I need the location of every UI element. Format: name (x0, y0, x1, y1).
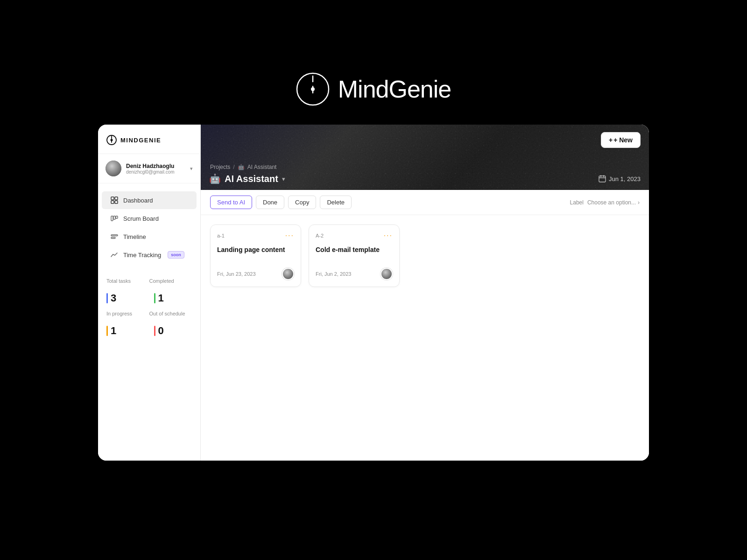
send-to-ai-button[interactable]: Send to AI (210, 196, 252, 209)
app-window: MINDGENIE Deniz Hadzhaoglu denizhcgl0@gm… (98, 125, 649, 461)
copy-button[interactable]: Copy (288, 196, 316, 209)
svg-rect-16 (111, 238, 115, 239)
sidebar-item-timeline[interactable]: Timeline (102, 228, 197, 245)
svg-rect-8 (111, 197, 114, 200)
scrum-board-icon (110, 214, 119, 223)
header-date: Jun 1, 2023 (609, 175, 641, 182)
svg-rect-17 (599, 176, 606, 182)
label-text: Label (570, 199, 584, 206)
breadcrumb-project: AI Assistant (247, 164, 277, 170)
avatar (106, 161, 121, 176)
card-date: Fri, Jun 2, 2023 (316, 271, 351, 277)
toolbar: Send to AI Done Copy Delete Label Choose… (201, 190, 649, 215)
nav-section: Dashboard Scrum Board (98, 183, 200, 264)
project-title-row: 🤖 AI Assistant ▾ (209, 173, 285, 184)
user-email: denizhcgl0@gmail.com (126, 169, 185, 175)
svg-rect-12 (111, 216, 113, 221)
in-progress-value: 1 (111, 325, 116, 337)
breadcrumb-projects: Projects (210, 164, 230, 170)
svg-rect-14 (116, 216, 118, 218)
out-of-schedule-value: 0 (158, 325, 164, 337)
total-tasks-bar (106, 293, 108, 303)
hero-banner: + + New Projects / 🤖 AI Assistant 🤖 AI A… (201, 125, 649, 190)
sidebar-item-time-tracking[interactable]: Time Tracking soon (102, 246, 197, 264)
total-tasks-label: Total tasks (106, 278, 149, 284)
task-card[interactable]: A-2 ··· Cold e-mail template Fri, Jun 2,… (309, 224, 400, 287)
soon-badge: soon (168, 251, 184, 259)
sidebar-item-scrum-board[interactable]: Scrum Board (102, 210, 197, 227)
task-card[interactable]: a-1 ··· Landing page content Fri, Jun 23… (210, 224, 301, 287)
completed-bar (154, 293, 155, 303)
card-more-icon[interactable]: ··· (285, 231, 294, 240)
user-name: Deniz Hadzhaoglu (126, 163, 185, 169)
sidebar: MINDGENIE Deniz Hadzhaoglu denizhcgl0@gm… (98, 125, 201, 461)
toolbar-left: Send to AI Done Copy Delete (210, 196, 352, 209)
out-of-schedule-label: Out of schedule (149, 311, 192, 316)
completed-value: 1 (158, 292, 164, 304)
svg-rect-9 (115, 197, 118, 200)
svg-rect-10 (111, 201, 114, 203)
breadcrumb: Projects / 🤖 AI Assistant (210, 164, 276, 170)
sidebar-item-timeline-label: Timeline (123, 233, 146, 240)
out-of-schedule-bar (154, 326, 155, 336)
card-assignee-avatar (282, 268, 294, 280)
breadcrumb-emoji: 🤖 (238, 164, 245, 170)
sidebar-item-scrum-board-label: Scrum Board (123, 215, 159, 222)
card-title: Cold e-mail template (316, 245, 393, 255)
sidebar-logo: MINDGENIE (98, 125, 200, 154)
card-id: A-2 (316, 233, 324, 238)
card-id: a-1 (217, 233, 225, 238)
timeline-icon (110, 232, 119, 241)
breadcrumb-sep: / (233, 164, 234, 170)
in-progress-bar (106, 326, 108, 336)
stat-completed: 1 (154, 292, 192, 304)
total-tasks-value: 3 (111, 292, 116, 304)
card-assignee-avatar (381, 268, 393, 280)
user-chevron-icon: ▾ (190, 166, 193, 172)
in-progress-label: In progress (106, 311, 149, 316)
calendar-icon (599, 175, 606, 182)
delete-button[interactable]: Delete (320, 196, 352, 209)
stats-section: Total tasks Completed 3 1 (98, 269, 200, 346)
user-info: Deniz Hadzhaoglu denizhcgl0@gmail.com (126, 163, 185, 175)
sidebar-brand-name: MINDGENIE (120, 137, 161, 144)
brand-name: MindGenie (338, 75, 451, 103)
project-emoji: 🤖 (209, 173, 221, 184)
stat-out-of-schedule: 0 (154, 325, 192, 337)
svg-point-3 (311, 87, 315, 91)
project-title: AI Assistant (225, 174, 278, 184)
label-select[interactable]: Choose an option... › (587, 199, 640, 206)
main-content: + + New Projects / 🤖 AI Assistant 🤖 AI A… (201, 125, 649, 461)
dashboard-icon (110, 196, 119, 204)
label-select-chevron: › (638, 199, 640, 206)
user-profile[interactable]: Deniz Hadzhaoglu denizhcgl0@gmail.com ▾ (98, 154, 200, 183)
svg-point-7 (111, 139, 113, 141)
stat-in-progress: 1 (106, 325, 145, 337)
project-chevron-icon: ▾ (282, 175, 285, 182)
svg-rect-11 (115, 201, 118, 203)
new-button[interactable]: + + New (601, 132, 641, 148)
done-button[interactable]: Done (256, 196, 284, 209)
card-more-icon[interactable]: ··· (384, 231, 393, 240)
svg-rect-15 (111, 235, 118, 236)
date-badge: Jun 1, 2023 (599, 175, 641, 182)
card-title: Landing page content (217, 245, 294, 255)
brand-logo-icon (296, 72, 330, 106)
completed-label: Completed (149, 278, 192, 284)
sidebar-item-time-tracking-label: Time Tracking (123, 252, 161, 259)
stat-total-tasks: 3 (106, 292, 145, 304)
plus-icon: + (609, 136, 613, 144)
sidebar-item-dashboard-label: Dashboard (123, 197, 153, 204)
svg-rect-13 (113, 216, 115, 219)
card-date: Fri, Jun 23, 2023 (217, 271, 256, 277)
cards-area: a-1 ··· Landing page content Fri, Jun 23… (201, 215, 649, 461)
time-tracking-icon (110, 251, 119, 259)
toolbar-right: Label Choose an option... › (570, 199, 640, 206)
sidebar-item-dashboard[interactable]: Dashboard (102, 191, 197, 209)
brand-header: MindGenie (296, 72, 451, 106)
sidebar-logo-icon (106, 135, 117, 145)
